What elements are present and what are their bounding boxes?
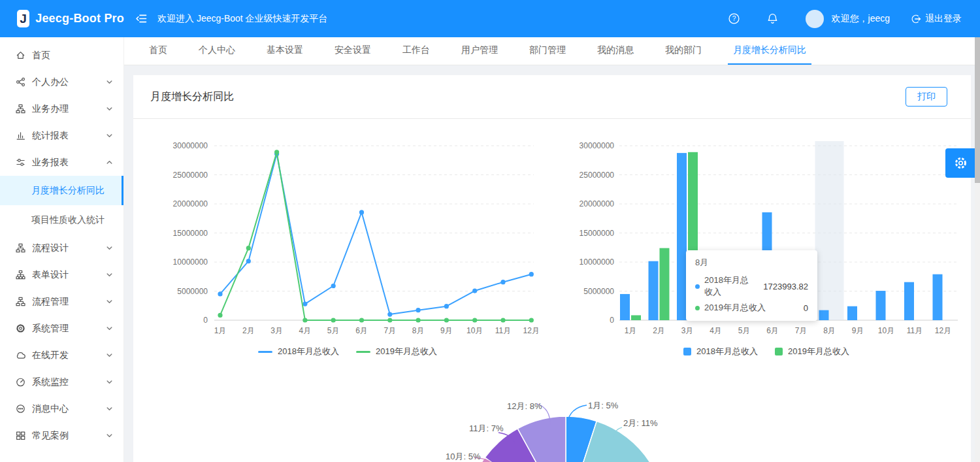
sidebar-item-11[interactable]: 系统监控 — [0, 369, 123, 395]
svg-text:?: ? — [732, 15, 736, 22]
svg-text:30000000: 30000000 — [580, 141, 615, 150]
pie-chart-svg: 1月: 5%2月: 11%10月: 5%11月: 7%12月: 8% — [392, 392, 732, 462]
chevron-down-icon — [106, 405, 113, 412]
bar-chart-legend: 2018年月总收入2019年月总收入 — [562, 346, 971, 357]
sidebar-item-4[interactable]: 统计报表 — [0, 122, 123, 149]
user-greeting[interactable]: 欢迎您，jeecg — [832, 13, 890, 25]
svg-text:11月: 11月 — [495, 326, 511, 335]
sidebar-item-7[interactable]: 表单设计 — [0, 261, 123, 288]
svg-text:6月: 6月 — [766, 326, 779, 335]
sidebar-item-1[interactable]: 首页 — [0, 42, 123, 69]
tab-10[interactable]: 月度增长分析同比 — [728, 37, 811, 65]
menu-fold-icon[interactable] — [135, 13, 148, 24]
cluster-icon — [16, 243, 25, 253]
legend-item[interactable]: 2019年月总收入 — [775, 346, 849, 357]
sidebar-subitem-1-active[interactable]: 月度增长分析同比 — [0, 176, 123, 205]
avatar[interactable] — [806, 10, 824, 28]
cluster-icon — [16, 104, 25, 114]
sliders-icon — [16, 157, 25, 167]
chevron-up-icon — [106, 159, 113, 166]
legend-item[interactable]: 2018年月总收入 — [683, 346, 758, 357]
pie-label-12月: 12月: 8% — [507, 401, 542, 411]
bell-icon[interactable] — [767, 13, 778, 25]
chevron-down-icon — [106, 352, 113, 359]
chevron-down-icon — [106, 432, 113, 439]
apartment-icon — [16, 270, 25, 280]
legend-item[interactable]: 2018年月总收入 — [258, 346, 339, 357]
tooltip-series-label: 2019年月总收入 — [704, 302, 766, 314]
app-header: J Jeecg-Boot Pro 欢迎进入 Jeecg-Boot 企业级快速开发… — [0, 0, 980, 37]
welcome-text: 欢迎进入 Jeecg-Boot 企业级快速开发平台 — [157, 13, 328, 25]
tab-7[interactable]: 部门管理 — [524, 37, 571, 65]
tab-4[interactable]: 安全设置 — [329, 37, 376, 65]
sidebar-item-10[interactable]: 在线开发 — [0, 342, 123, 369]
share-icon — [16, 77, 25, 87]
tooltip-series-value: 0 — [794, 303, 808, 313]
chevron-down-icon — [106, 325, 113, 332]
sidebar-subitem-2[interactable]: 项目性质收入统计 — [0, 205, 123, 235]
tooltip-row: 2018年月总收入 1723993.82 — [695, 274, 808, 298]
svg-text:2月: 2月 — [653, 326, 665, 335]
svg-text:0: 0 — [610, 316, 614, 325]
home-icon — [16, 50, 25, 60]
tab-9[interactable]: 我的部门 — [660, 37, 707, 65]
chevron-down-icon — [106, 78, 113, 86]
pie-label-10月: 10月: 5% — [446, 452, 481, 461]
tab-8[interactable]: 我的消息 — [592, 37, 639, 65]
logout-icon — [911, 14, 921, 24]
sidebar-item-12[interactable]: 消息中心 — [0, 395, 123, 422]
chevron-down-icon — [106, 271, 113, 278]
gear-icon — [953, 156, 968, 171]
tab-6[interactable]: 用户管理 — [456, 37, 503, 65]
sidebar-item-5[interactable]: 业务报表 — [0, 149, 123, 176]
sidebar-item-3[interactable]: 业务办理 — [0, 95, 123, 122]
svg-text:15000000: 15000000 — [173, 229, 208, 238]
svg-text:2月: 2月 — [242, 326, 255, 335]
svg-text:3月: 3月 — [681, 326, 694, 335]
tab-3[interactable]: 基本设置 — [261, 37, 308, 65]
svg-text:5000000: 5000000 — [583, 287, 614, 296]
svg-text:10月: 10月 — [466, 326, 483, 335]
logout-button[interactable]: 退出登录 — [911, 13, 962, 25]
svg-text:12月: 12月 — [935, 326, 951, 335]
tooltip-series-label: 2018年月总收入 — [704, 274, 754, 298]
series-dot-2019 — [695, 306, 700, 310]
bar-chart[interactable]: 0500000010000000150000002000000025000000… — [562, 119, 971, 366]
sidebar-item-13[interactable]: 常见案例 — [0, 422, 123, 449]
chevron-down-icon — [106, 244, 113, 252]
pie-chart[interactable]: 1月: 5%2月: 11%10月: 5%11月: 7%12月: 8% — [392, 392, 732, 462]
sidebar-item-6[interactable]: 流程设计 — [0, 235, 123, 261]
legend-item[interactable]: 2019年月总收入 — [356, 346, 437, 357]
sidebar: 首页个人办公业务办理统计报表业务报表月度增长分析同比项目性质收入统计流程设计表单… — [0, 37, 124, 462]
settings-gear-button[interactable] — [945, 148, 975, 178]
page-card: 月度增长分析同比 打印 0500000010000000150000002000… — [133, 75, 971, 462]
svg-text:8月: 8月 — [412, 326, 425, 335]
svg-text:11月: 11月 — [907, 326, 923, 335]
sidebar-item-2[interactable]: 个人办公 — [0, 69, 123, 95]
chart-tooltip: 8月 2018年月总收入 1723993.82 2019年月总收入 0 — [686, 250, 817, 321]
sidebar-item-8[interactable]: 流程管理 — [0, 288, 123, 315]
svg-text:0: 0 — [203, 316, 208, 325]
gear-icon — [16, 323, 25, 333]
svg-text:10000000: 10000000 — [173, 257, 208, 267]
legend-marker — [258, 351, 272, 353]
pie-label-1月: 1月: 5% — [588, 401, 619, 410]
scrollbar[interactable] — [975, 37, 980, 462]
tab-1[interactable]: 首页 — [144, 37, 172, 65]
logo[interactable]: J Jeecg-Boot Pro — [0, 10, 124, 27]
svg-text:1月: 1月 — [214, 326, 227, 335]
svg-text:9月: 9月 — [852, 326, 864, 335]
tab-5[interactable]: 工作台 — [397, 37, 435, 65]
tab-2[interactable]: 个人中心 — [193, 37, 240, 65]
sidebar-item-9[interactable]: 系统管理 — [0, 315, 123, 342]
charts-row: 0500000010000000150000002000000025000000… — [133, 119, 971, 366]
logout-label: 退出登录 — [925, 13, 962, 25]
legend-marker — [683, 348, 691, 355]
line-chart[interactable]: 0500000010000000150000002000000025000000… — [133, 119, 562, 366]
page-title: 月度增长分析同比 — [150, 90, 234, 104]
grid-icon — [16, 431, 25, 440]
scrollbar-thumb[interactable] — [975, 37, 980, 183]
svg-text:20000000: 20000000 — [580, 199, 615, 208]
print-button[interactable]: 打印 — [906, 87, 947, 107]
help-icon[interactable]: ? — [728, 13, 740, 24]
